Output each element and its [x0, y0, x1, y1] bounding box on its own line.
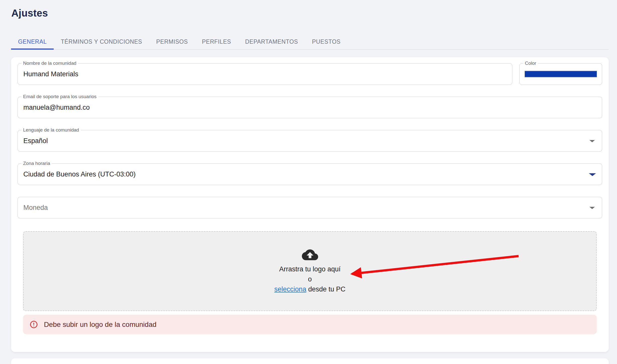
page-title: Ajustes — [11, 8, 48, 19]
timezone-select[interactable]: Zona horaria Ciudad de Buenos Aires (UTC… — [18, 163, 602, 185]
color-label: Color — [523, 60, 538, 66]
currency-placeholder: Moneda — [23, 204, 48, 212]
tab-general[interactable]: GENERAL — [11, 34, 54, 49]
tab-departamentos[interactable]: DEPARTAMENTOS — [238, 34, 305, 49]
timezone-label: Zona horaria — [21, 161, 52, 166]
community-name-label: Nombre de la comunidad — [21, 60, 78, 66]
logo-upload-section: Arrastra tu logo aquí o selecciona desde… — [18, 231, 602, 334]
settings-tabs: GENERAL TÉRMINOS Y CONDICIONES PERMISOS … — [11, 34, 609, 50]
support-email-field[interactable]: Email de soporte para los usuarios manue… — [18, 97, 602, 118]
cloud-upload-icon — [301, 248, 319, 262]
timezone-value: Ciudad de Buenos Aires (UTC-03:00) — [23, 170, 136, 178]
color-swatch[interactable] — [525, 71, 597, 77]
language-value: Español — [23, 137, 48, 145]
chevron-down-icon[interactable] — [589, 207, 595, 209]
general-settings-card: Nombre de la comunidad Humand Materials … — [11, 57, 609, 352]
next-settings-card — [11, 358, 609, 364]
tab-terminos-y-condiciones[interactable]: TÉRMINOS Y CONDICIONES — [54, 34, 149, 49]
select-file-link[interactable]: selecciona — [274, 285, 306, 293]
support-email-label: Email de soporte para los usuarios — [21, 94, 98, 99]
dropzone-line3: selecciona desde tu PC — [274, 284, 346, 294]
tab-perfiles[interactable]: PERFILES — [195, 34, 238, 49]
chevron-down-icon[interactable] — [589, 140, 595, 142]
logo-error-message: Debe subir un logo de la comunidad — [44, 321, 156, 329]
community-name-value: Humand Materials — [23, 70, 78, 78]
community-name-field[interactable]: Nombre de la comunidad Humand Materials — [18, 63, 512, 85]
tab-puestos[interactable]: PUESTOS — [305, 34, 348, 49]
language-select[interactable]: Lenguaje de la comunidad Español — [18, 130, 602, 152]
name-color-row: Nombre de la comunidad Humand Materials … — [18, 63, 602, 85]
logo-error-alert: Debe subir un logo de la comunidad — [23, 315, 597, 334]
tab-permisos[interactable]: PERMISOS — [149, 34, 195, 49]
currency-select[interactable]: Moneda — [18, 197, 602, 218]
support-email-value: manuela@humand.co — [23, 104, 90, 111]
dropzone-line2: o — [308, 274, 312, 284]
chevron-down-icon[interactable] — [589, 173, 596, 176]
logo-dropzone[interactable]: Arrastra tu logo aquí o selecciona desde… — [23, 231, 597, 311]
error-outline-icon — [29, 320, 38, 329]
dropzone-line1: Arrastra tu logo aquí — [279, 264, 341, 274]
language-label: Lenguaje de la comunidad — [21, 127, 81, 133]
dropzone-line3-suffix: desde tu PC — [306, 285, 345, 293]
color-field[interactable]: Color — [519, 63, 602, 85]
